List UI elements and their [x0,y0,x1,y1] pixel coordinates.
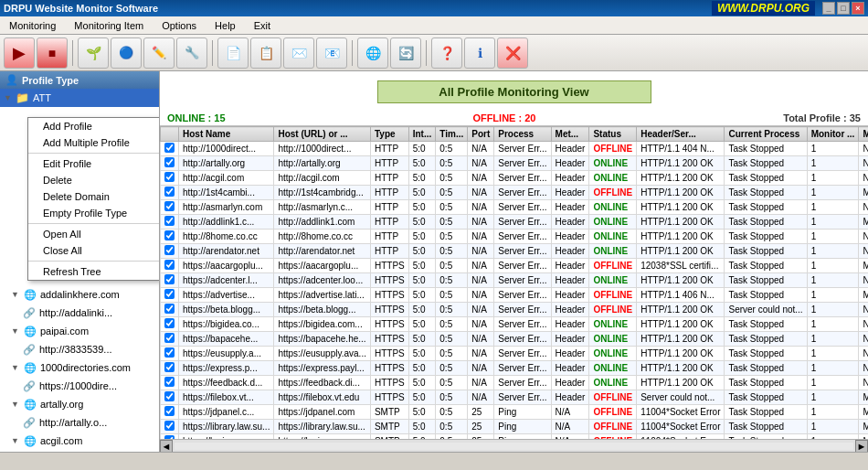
table-row[interactable]: https://beta.blogg...https://beta.blogg.… [161,303,869,317]
row-checkbox[interactable] [164,406,175,416]
menu-options[interactable]: Options [156,18,202,33]
help-button[interactable]: ❓ [431,37,462,69]
info-button[interactable]: ℹ [464,37,495,69]
tree-3833539[interactable]: 🔗 http://3833539... [0,340,159,358]
row-checkbox[interactable] [164,289,175,299]
tree-addalinkhere[interactable]: ▼ 🌐 addalinkhere.com [0,285,159,304]
ctx-edit-profile[interactable]: Edit Profile [28,155,159,172]
tree-paipai[interactable]: ▼ 🌐 paipai.com [0,322,159,340]
row-checkbox[interactable] [164,377,175,387]
table-row[interactable]: https://eusupply.a...https://eusupply.av… [161,347,869,361]
row-checkbox[interactable] [164,347,175,358]
row-checkbox[interactable] [164,260,175,270]
maximize-button[interactable]: □ [837,2,850,15]
table-row[interactable]: http://1st4cambi...http://1st4cambridg..… [161,186,869,200]
refresh-button[interactable]: 🔄 [390,37,421,69]
row-checkbox[interactable] [164,187,175,197]
row-checkbox[interactable] [164,245,175,255]
sidebar-item-att[interactable]: ▼ 📁 ATT [0,89,159,107]
row-checkbox[interactable] [164,143,175,153]
col-check[interactable] [161,127,179,142]
table-row[interactable]: https://express.p...https://express.payl… [161,361,869,376]
col-met[interactable]: Met... [551,127,589,142]
col-int[interactable]: Int... [408,127,436,142]
table-row[interactable]: https://aacargoplu...https://aacargoplu.… [161,259,869,273]
row-checkbox[interactable] [164,230,175,240]
row-checkbox[interactable] [164,216,175,226]
ctx-empty-profile-type[interactable]: Empty Profile Type [28,205,159,221]
table-container[interactable]: Host Name Host (URL) or ... Type Int... … [160,125,868,439]
table-row[interactable]: https://adcenter.l...https://adcenter.lo… [161,273,869,288]
table-row[interactable]: http://8home.co.cchttp://8home.co.ccHTTP… [161,230,869,244]
mail2-button[interactable]: 📧 [316,37,347,69]
add-green-button[interactable]: 🌱 [78,37,109,69]
row-checkbox[interactable] [164,333,175,343]
col-current[interactable]: Current Process [725,127,807,142]
close-x-button[interactable]: ❌ [497,37,528,69]
col-status[interactable]: Status [589,127,637,142]
row-checkbox[interactable] [164,318,175,328]
tree-url1000dire[interactable]: 🔗 https://1000dire... [0,377,159,395]
table-row[interactable]: http://acgil.comhttp://acgil.comHTTP5:00… [161,171,869,186]
ctx-add-profile[interactable]: Add Profile [28,118,159,134]
row-checkbox[interactable] [164,157,175,167]
col-port[interactable]: Port [468,127,494,142]
tree-1000directories[interactable]: ▼ 🌐 1000directories.com [0,358,159,377]
menu-monitoring[interactable]: Monitoring [4,18,61,33]
col-hostname[interactable]: Host Name [179,127,274,142]
hscroll-left[interactable]: ◄ [160,440,173,453]
stop-button[interactable]: ■ [37,37,68,69]
row-checkbox[interactable] [164,172,175,182]
col-tim[interactable]: Tim... [436,127,468,142]
ctx-close-all[interactable]: Close All [28,242,159,259]
table-row[interactable]: https://library.law.su...https://library… [161,420,869,434]
tree-acgil[interactable]: ▼ 🌐 acgil.com [0,432,159,450]
menu-monitoring-item[interactable]: Monitoring Item [69,18,149,33]
table-row[interactable]: http://artally.orghttp://artally.orgHTTP… [161,156,869,171]
add-blue-button[interactable]: 🔵 [111,37,142,69]
table-row[interactable]: http://1000direct...http://1000direct...… [161,142,869,156]
menu-exit[interactable]: Exit [249,18,276,33]
tree-addalinki[interactable]: 🔗 http://addalinki... [0,304,159,322]
col-url[interactable]: Host (URL) or ... [274,127,371,142]
tree-urlacgil[interactable]: 🔗 https://acgil.co... [0,450,159,452]
table-row[interactable]: https://feedback.d...https://feedback.di… [161,376,869,390]
tools-button[interactable]: 🔧 [176,37,207,69]
row-checkbox[interactable] [164,362,175,372]
col-monitor[interactable]: Monitor ... [807,127,859,142]
table-row[interactable]: https://bigidea.co...https://bigidea.com… [161,317,869,332]
table-row[interactable]: http://asmarlyn.comhttp://asmarlyn.c...H… [161,200,869,215]
row-checkbox[interactable] [164,274,175,284]
table-row[interactable]: https://jdpanel.c...https://jdpanel.comS… [161,405,869,420]
col-type[interactable]: Type [370,127,408,142]
table-row[interactable]: http://addlink1.c...http://addlink1.comH… [161,215,869,230]
ctx-refresh-tree[interactable]: Refresh Tree [28,263,159,280]
row-checkbox[interactable] [164,304,175,314]
globe-button[interactable]: 🌐 [357,37,388,69]
col-mail[interactable]: Mail Notification [859,127,868,142]
ctx-add-multiple-profile[interactable]: Add Multiple Profile [28,134,159,151]
close-button[interactable]: × [852,2,864,15]
hscroll-right[interactable]: ► [855,440,868,453]
mail-button[interactable]: ✉️ [283,37,314,69]
tree-artally[interactable]: ▼ 🌐 artally.org [0,395,159,413]
table-row[interactable]: http://arendator.nethttp://arendator.net… [161,244,869,259]
ctx-delete-domain[interactable]: Delete Domain [28,188,159,205]
table-row[interactable]: https://filebox.vt...https://filebox.vt.… [161,390,869,405]
col-header[interactable]: Header/Ser... [637,127,725,142]
doc-button[interactable]: 📄 [217,37,249,69]
tree-urlartally[interactable]: 🔗 http://artally.o... [0,413,159,432]
row-checkbox[interactable] [164,391,175,401]
table-row[interactable]: https://advertise...https://advertise.la… [161,288,869,303]
row-checkbox[interactable] [164,421,175,431]
play-button[interactable]: ▶ [4,37,35,69]
doc2-button[interactable]: 📋 [250,37,281,69]
ctx-delete[interactable]: Delete [28,172,159,188]
minimize-button[interactable]: _ [822,2,835,15]
row-checkbox[interactable] [164,201,175,211]
ctx-open-all[interactable]: Open All [28,226,159,242]
menu-help[interactable]: Help [209,18,241,33]
edit-button[interactable]: ✏️ [143,37,175,69]
table-row[interactable]: https://bapacehe...https://bapacehe.he..… [161,332,869,347]
col-process[interactable]: Process [494,127,551,142]
